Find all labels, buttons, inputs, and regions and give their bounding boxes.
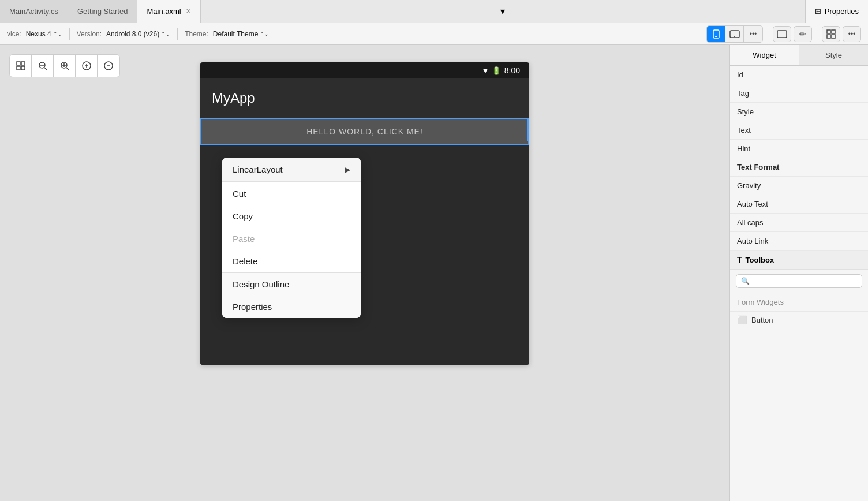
toolbar: vice: Nexus 4 ⌃⌄ Version: Android 8.0 (v… bbox=[0, 23, 868, 45]
prop-text[interactable]: Text bbox=[730, 121, 868, 140]
more-options-button[interactable]: ••• bbox=[843, 26, 861, 42]
tab-overflow-button[interactable]: ▾ bbox=[495, 0, 511, 23]
prop-text-label: Text bbox=[737, 126, 751, 134]
zoom-out-small-icon bbox=[38, 61, 48, 71]
prop-tag[interactable]: Tag bbox=[730, 84, 868, 103]
grid-icon bbox=[826, 29, 836, 39]
properties-header: ⊞ Widget Properties bbox=[805, 0, 868, 23]
button-item-label: Button bbox=[751, 316, 773, 324]
phone-icon bbox=[712, 29, 721, 39]
zoom-in-small-icon bbox=[59, 61, 70, 71]
phone-appbar: MyApp bbox=[200, 78, 529, 118]
phone-status-bar: ▼ 🔋 8:00 bbox=[200, 62, 529, 78]
paste-label: Paste bbox=[233, 234, 255, 244]
zoom-out-small-button[interactable] bbox=[32, 55, 54, 77]
version-dropdown[interactable]: Android 8.0 (v26) ⌃⌄ bbox=[106, 30, 170, 38]
context-menu-title: LinearLayout bbox=[233, 164, 283, 174]
device-dropdown[interactable]: Nexus 4 ⌃⌄ bbox=[26, 30, 62, 38]
prop-hint[interactable]: Hint bbox=[730, 140, 868, 158]
zoom-plus-icon bbox=[81, 61, 92, 71]
button-icon: ⬜ bbox=[737, 315, 747, 324]
form-widgets-label: Form Widgets bbox=[737, 298, 784, 306]
app-title: MyApp bbox=[212, 90, 255, 106]
context-menu-copy[interactable]: Copy bbox=[222, 205, 361, 227]
tab-mainactivity[interactable]: MainActivity.cs bbox=[0, 0, 68, 23]
more-views-button[interactable]: ••• bbox=[744, 26, 762, 42]
svg-rect-4 bbox=[777, 31, 787, 38]
prop-auto-text[interactable]: Auto Text bbox=[730, 195, 868, 214]
tab-widget[interactable]: Widget bbox=[730, 45, 799, 65]
ellipsis-icon: ••• bbox=[750, 30, 757, 38]
zoom-minus-button[interactable] bbox=[98, 55, 119, 77]
zoom-plus-button[interactable] bbox=[76, 55, 98, 77]
tab-getting-started-label: Getting Started bbox=[77, 7, 128, 16]
chevron-down-icon: ▾ bbox=[500, 6, 505, 17]
prop-auto-link[interactable]: Auto Link bbox=[730, 232, 868, 250]
device-chevron-icon: ⌃⌄ bbox=[53, 31, 62, 37]
copy-label: Copy bbox=[233, 211, 253, 221]
zoom-controls bbox=[9, 54, 120, 77]
toolbox-search-inner: 🔍 bbox=[736, 274, 862, 288]
toolbox-search-input[interactable] bbox=[753, 277, 857, 285]
toolbox-label: Toolbox bbox=[746, 256, 775, 264]
prop-id-label: Id bbox=[737, 70, 743, 79]
landscape-button[interactable] bbox=[773, 26, 791, 42]
svg-rect-3 bbox=[734, 36, 735, 37]
tab-getting-started[interactable]: Getting Started bbox=[68, 0, 137, 23]
version-value: Android 8.0 (v26) bbox=[106, 30, 159, 38]
context-menu-design-outline[interactable]: Design Outline bbox=[222, 273, 361, 296]
context-menu-header[interactable]: LinearLayout ▶ bbox=[222, 158, 361, 182]
properties-grid-icon: ⊞ bbox=[815, 7, 821, 16]
context-menu-cut[interactable]: Cut bbox=[222, 182, 361, 205]
context-menu-properties[interactable]: Properties bbox=[222, 296, 361, 318]
svg-rect-5 bbox=[827, 30, 830, 33]
theme-dropdown[interactable]: Default Theme ⌃⌄ bbox=[213, 30, 270, 38]
status-icons: ▼ 🔋 bbox=[481, 66, 501, 75]
panel-tabs: Widget Style bbox=[730, 45, 868, 66]
prop-text-format-label: Text Format bbox=[737, 163, 779, 171]
search-icon: 🔍 bbox=[741, 277, 750, 285]
fit-icon bbox=[16, 61, 26, 71]
wifi-icon: ▼ bbox=[481, 66, 489, 75]
grid-button[interactable] bbox=[822, 26, 840, 42]
tab-close-icon[interactable]: ✕ bbox=[186, 8, 191, 15]
svg-rect-1 bbox=[715, 36, 717, 37]
context-menu-delete[interactable]: Delete bbox=[222, 250, 361, 272]
properties-label: Properties bbox=[233, 302, 272, 312]
tab-mainactivity-label: MainActivity.cs bbox=[9, 7, 58, 16]
designer-area[interactable]: ▼ 🔋 8:00 MyApp HELLO WORLD, CLICK ME! bbox=[0, 45, 729, 501]
selection-handle-right bbox=[527, 118, 529, 141]
svg-rect-11 bbox=[17, 66, 20, 70]
prop-gravity[interactable]: Gravity bbox=[730, 177, 868, 195]
toolbox-section-header: T Toolbox bbox=[730, 250, 868, 270]
toolbar-separator-2 bbox=[177, 28, 178, 40]
prop-tag-label: Tag bbox=[737, 89, 749, 98]
handle-dot-3 bbox=[529, 132, 530, 134]
tab-style[interactable]: Style bbox=[799, 45, 868, 65]
tab-main-axml[interactable]: Main.axml ✕ bbox=[137, 0, 200, 23]
prop-id[interactable]: Id bbox=[730, 66, 868, 84]
hello-world-button[interactable]: HELLO WORLD, CLICK ME! bbox=[200, 118, 529, 145]
fit-zoom-button[interactable] bbox=[10, 55, 32, 77]
prop-style[interactable]: Style bbox=[730, 103, 868, 121]
landscape-icon bbox=[777, 30, 787, 38]
design-outline-label: Design Outline bbox=[233, 279, 289, 289]
prop-text-format[interactable]: Text Format bbox=[730, 158, 868, 177]
context-menu: LinearLayout ▶ Cut Copy Paste Delete Des… bbox=[222, 158, 361, 318]
prop-all-caps[interactable]: All caps bbox=[730, 214, 868, 232]
cut-label: Cut bbox=[233, 189, 246, 199]
context-menu-submenu-icon: ▶ bbox=[345, 166, 350, 174]
theme-value: Default Theme bbox=[213, 30, 259, 38]
toolbar-right: ••• ✏ ••• bbox=[706, 25, 861, 43]
prop-all-caps-label: All caps bbox=[737, 218, 764, 227]
phone-view-button[interactable] bbox=[707, 26, 725, 42]
view-mode-group: ••• bbox=[706, 25, 763, 43]
zoom-in-small-button[interactable] bbox=[54, 55, 76, 77]
more-dots-icon: ••• bbox=[848, 30, 856, 38]
tablet-view-button[interactable] bbox=[725, 26, 744, 42]
hello-button-text: HELLO WORLD, CLICK ME! bbox=[306, 127, 423, 136]
prop-gravity-label: Gravity bbox=[737, 181, 761, 190]
toolbox-button-item[interactable]: ⬜ Button bbox=[730, 312, 868, 328]
device-value: Nexus 4 bbox=[26, 30, 51, 38]
pen-button[interactable]: ✏ bbox=[794, 26, 812, 42]
